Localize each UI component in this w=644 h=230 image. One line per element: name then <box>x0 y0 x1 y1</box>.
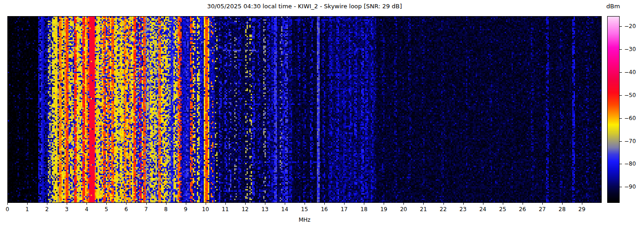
x-tick-label: 29 <box>574 206 590 213</box>
x-tick-label: 7 <box>138 206 154 213</box>
colorbar-tick-label: −80 <box>624 161 636 167</box>
x-tick-mark <box>344 203 345 205</box>
x-tick-label: 26 <box>515 206 530 213</box>
x-tick-mark <box>206 203 206 205</box>
x-tick-label: 5 <box>98 206 114 213</box>
x-tick-label: 28 <box>554 206 570 213</box>
x-tick-mark <box>47 203 47 205</box>
x-tick-label: 3 <box>59 206 75 213</box>
x-tick-label: 25 <box>495 206 511 213</box>
x-axis-label: MHz <box>7 217 602 223</box>
colorbar-tick-mark <box>620 118 622 119</box>
colorbar-tick-mark <box>620 141 622 142</box>
colorbar-tick-mark <box>620 95 622 96</box>
colorbar-unit-label: dBm <box>602 3 624 10</box>
colorbar-tick-label: −60 <box>624 115 636 121</box>
colorbar-tick-label: −90 <box>624 184 636 190</box>
x-tick-mark <box>27 203 28 205</box>
colorbar-tick-label: −70 <box>624 138 636 144</box>
x-tick-label: 4 <box>79 206 94 213</box>
x-tick-mark <box>146 203 147 205</box>
x-tick-mark <box>265 203 265 205</box>
x-tick-label: 11 <box>218 206 233 213</box>
x-tick-mark <box>126 203 126 205</box>
x-tick-label: 9 <box>178 206 194 213</box>
colorbar-tick-mark <box>620 26 622 27</box>
colorbar-canvas <box>608 17 619 202</box>
x-tick-mark <box>403 203 404 205</box>
x-tick-mark <box>542 203 543 205</box>
colorbar-tick-mark <box>620 72 622 73</box>
x-tick-mark <box>324 203 325 205</box>
x-tick-label: 18 <box>356 206 372 213</box>
x-tick-mark <box>305 203 305 205</box>
x-tick-mark <box>106 203 107 205</box>
x-tick-label: 12 <box>237 206 253 213</box>
colorbar-tick-label: −50 <box>624 92 636 98</box>
x-tick-mark <box>523 203 523 205</box>
colorbar-tick-label: −40 <box>624 69 636 75</box>
x-tick-mark <box>166 203 167 205</box>
x-tick-mark <box>503 203 503 205</box>
x-tick-label: 1 <box>19 206 35 213</box>
x-tick-mark <box>225 203 226 205</box>
x-tick-mark <box>562 203 563 205</box>
x-tick-label: 20 <box>396 206 411 213</box>
x-tick-label: 6 <box>118 206 134 213</box>
x-tick-label: 23 <box>455 206 471 213</box>
x-tick-label: 2 <box>39 206 55 213</box>
x-tick-label: 13 <box>257 206 273 213</box>
x-tick-label: 19 <box>376 206 391 213</box>
x-tick-mark <box>67 203 67 205</box>
x-tick-label: 16 <box>316 206 332 213</box>
x-tick-mark <box>483 203 483 205</box>
spectrogram-figure: 30/05/2025 04:30 local time - KIWI_2 - S… <box>0 0 644 230</box>
colorbar-tick-mark <box>620 49 622 50</box>
x-tick-label: 10 <box>198 206 213 213</box>
colorbar-tick-mark <box>620 164 622 164</box>
x-tick-mark <box>285 203 285 205</box>
waterfall-canvas <box>8 17 601 202</box>
x-tick-mark <box>86 203 87 205</box>
chart-title: 30/05/2025 04:30 local time - KIWI_2 - S… <box>7 3 602 10</box>
x-tick-mark <box>186 203 186 205</box>
waterfall-plot-area <box>7 16 602 203</box>
x-tick-label: 17 <box>336 206 352 213</box>
x-tick-mark <box>384 203 384 205</box>
x-tick-mark <box>423 203 424 205</box>
x-tick-mark <box>245 203 246 205</box>
x-tick-label: 8 <box>158 206 174 213</box>
x-tick-mark <box>7 203 8 205</box>
x-tick-mark <box>463 203 464 205</box>
colorbar-tick-label: −20 <box>624 23 636 29</box>
x-tick-mark <box>364 203 364 205</box>
colorbar-tick-label: −30 <box>624 46 636 52</box>
x-tick-label: 24 <box>475 206 491 213</box>
x-tick-mark <box>443 203 444 205</box>
x-tick-mark <box>582 203 582 205</box>
x-tick-label: 27 <box>535 206 550 213</box>
colorbar-tick-mark <box>620 187 622 187</box>
colorbar <box>607 16 620 203</box>
x-tick-label: 21 <box>415 206 431 213</box>
x-tick-label: 22 <box>436 206 451 213</box>
x-tick-label: 0 <box>0 206 15 213</box>
x-tick-label: 15 <box>297 206 312 213</box>
x-tick-label: 14 <box>277 206 293 213</box>
